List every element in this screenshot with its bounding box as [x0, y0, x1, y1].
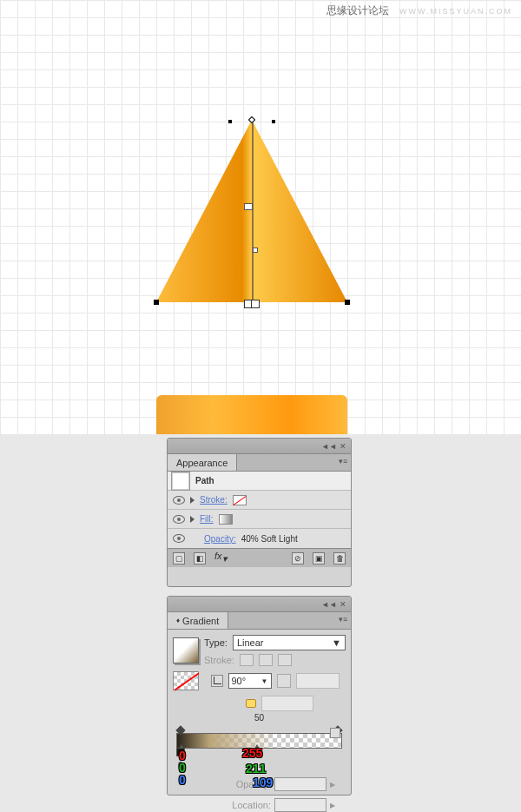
menu-icon[interactable]: ▾≡ — [339, 457, 347, 465]
new-fill-icon[interactable]: ▣ — [313, 552, 325, 564]
expand-icon[interactable] — [190, 497, 195, 504]
fill-swatch[interactable] — [219, 514, 233, 525]
appearance-footer: ▢ ◧ fx▾ ⊘ ▣ 🗑 — [168, 548, 351, 567]
tab-label: Appearance — [176, 458, 228, 468]
gradient-end-cap[interactable] — [245, 300, 259, 308]
watermark-url: WWW.MISSYUAN.COM — [399, 7, 512, 16]
chevron-down-icon: ▼ — [261, 677, 268, 685]
anchor-br[interactable] — [345, 300, 350, 305]
fill-label: Fill: — [200, 514, 214, 524]
dup-icon[interactable]: ◧ — [194, 552, 206, 564]
anchor-bl[interactable] — [154, 300, 159, 305]
new-art-icon[interactable]: ▢ — [173, 552, 185, 564]
g-val: 211 — [246, 762, 266, 776]
appearance-body: Path Stroke: Fill: Opacity: 40% Soft Lig… — [168, 472, 351, 548]
type-select[interactable]: Linear▼ — [233, 635, 346, 650]
visibility-icon[interactable] — [173, 515, 185, 524]
fx-button[interactable]: fx▾ — [214, 551, 228, 564]
opacity-row[interactable]: Opacity: 40% Soft Light — [168, 529, 351, 548]
target-row[interactable]: Path — [168, 472, 351, 491]
panel-header: ◄◄ ✕ — [168, 439, 351, 454]
gradient-midpoint[interactable] — [244, 203, 253, 210]
collapse-icon[interactable]: ◄◄ — [325, 600, 333, 609]
gradient-slider[interactable] — [253, 248, 258, 253]
watermark-text: 思缘设计论坛 — [326, 4, 389, 17]
angle-icon — [211, 675, 223, 687]
bottom-shape[interactable] — [156, 395, 347, 434]
stroke-opt-2[interactable] — [259, 654, 273, 666]
tab-label: Gradient — [182, 616, 219, 626]
watermark: 思缘设计论坛 WWW.MISSYUAN.COM — [320, 3, 512, 18]
tab-bar: ♦Gradient ▾≡ — [168, 612, 351, 630]
stroke-label: Stroke: — [204, 655, 234, 665]
handle-tr[interactable] — [272, 120, 275, 123]
angle-value: 90° — [232, 676, 247, 686]
stroke-swatch[interactable] — [233, 495, 247, 505]
stroke-label: Stroke: — [200, 495, 228, 505]
stroke-opt-1[interactable] — [240, 654, 254, 666]
close-icon[interactable]: ✕ — [339, 442, 347, 451]
opacity-stop-left[interactable] — [175, 725, 185, 735]
fill-none[interactable] — [173, 671, 199, 690]
opacity-value: 40% Soft Light — [241, 534, 298, 544]
b-left: 0 — [179, 773, 186, 787]
mid-value: 50 — [173, 713, 346, 723]
appearance-panel: ◄◄ ✕ Appearance ▾≡ Path Stroke: Fill: — [167, 438, 352, 587]
clear-icon[interactable]: ⊘ — [292, 552, 304, 564]
handle-tl[interactable] — [228, 120, 232, 123]
visibility-icon[interactable] — [173, 496, 185, 505]
r-val: 255 — [242, 746, 262, 760]
trash-icon[interactable]: 🗑 — [333, 552, 346, 564]
stroke-opt-3[interactable] — [278, 654, 292, 666]
tab-bar: Appearance ▾≡ — [168, 454, 351, 472]
tab-gradient[interactable]: ♦Gradient — [168, 612, 228, 629]
type-label: Type: — [204, 637, 228, 648]
collapse-icon[interactable]: ◄◄ — [325, 442, 333, 451]
location-input[interactable] — [274, 798, 326, 812]
aspect-icon[interactable] — [277, 674, 291, 688]
fill-row[interactable]: Fill: — [168, 510, 351, 529]
location-field-row: Location: ▶ — [173, 798, 346, 812]
gradient-panel: ◄◄ ✕ ♦Gradient ▾≡ Type: Linear▼ Stroke: — [167, 596, 352, 795]
mid-input[interactable] — [261, 696, 313, 711]
location-field-label: Location: — [232, 800, 271, 810]
trash-icon[interactable] — [330, 728, 340, 738]
opacity-label: Opacity: — [204, 534, 236, 544]
type-value: Linear — [237, 637, 264, 648]
b-val: 109 — [253, 776, 273, 789]
close-icon[interactable]: ✕ — [339, 600, 347, 609]
anchor-top[interactable] — [248, 116, 255, 123]
triangle-path[interactable] — [156, 120, 347, 302]
menu-icon[interactable]: ▾≡ — [339, 615, 347, 624]
artboard[interactable]: 思缘设计论坛 WWW.MISSYUAN.COM — [0, 0, 521, 434]
type-row: Type: Linear▼ Stroke: — [173, 635, 346, 666]
thumbnail — [171, 472, 190, 491]
aspect-input[interactable] — [296, 673, 340, 689]
updown-icon[interactable]: ♦ — [176, 617, 180, 624]
angle-row: 90°▼ — [173, 671, 346, 690]
tab-appearance[interactable]: Appearance — [168, 454, 237, 471]
opacity-input[interactable] — [274, 777, 326, 791]
stroke-row[interactable]: Stroke: — [168, 491, 351, 510]
expand-icon[interactable] — [190, 516, 195, 523]
angle-input[interactable]: 90°▼ — [228, 673, 272, 689]
visibility-icon[interactable] — [173, 534, 185, 543]
mid-knob-icon[interactable] — [246, 699, 256, 708]
gradient-annotator-line[interactable] — [252, 120, 254, 302]
chevron-down-icon: ▼ — [332, 637, 341, 648]
panels-area: ◄◄ ✕ Appearance ▾≡ Path Stroke: Fill: — [0, 434, 521, 812]
gradient-preview[interactable] — [173, 637, 199, 663]
target-label: Path — [195, 476, 214, 485]
slider-pos-row — [173, 696, 346, 711]
panel-header: ◄◄ ✕ — [168, 597, 351, 612]
